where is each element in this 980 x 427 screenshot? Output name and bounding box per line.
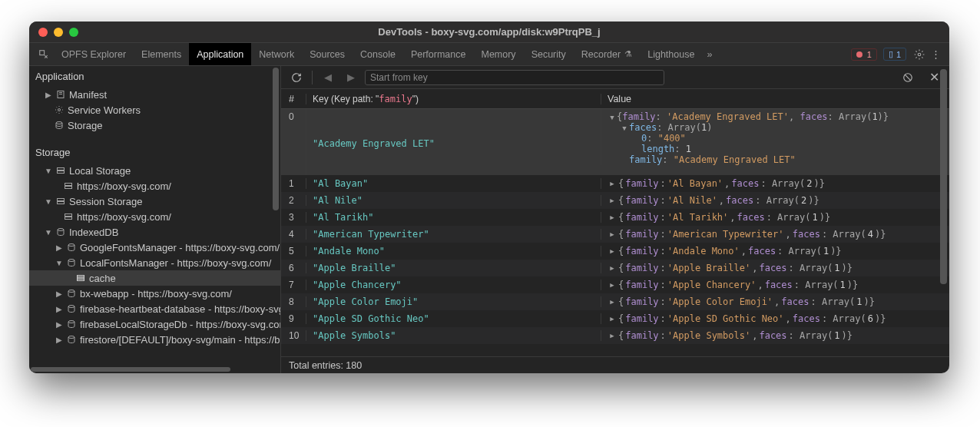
table-row[interactable]: 9"Apple SD Gothic Neo"▶{family: 'Apple S… xyxy=(281,310,949,327)
tab-application[interactable]: Application xyxy=(189,43,251,65)
disclosure-right-icon[interactable]: ▶ xyxy=(608,298,617,306)
sidebar-item-storage-summary[interactable]: Storage xyxy=(29,118,280,133)
row-value[interactable]: ▼{family: 'Academy Engraved LET', faces:… xyxy=(601,109,949,165)
table-row[interactable]: 3"Al Tarikh"▶{family: 'Al Tarikh', faces… xyxy=(281,209,949,226)
sidebar-item-indexeddb[interactable]: ▼ IndexedDB xyxy=(29,224,280,240)
tab-performance[interactable]: Performance xyxy=(403,43,474,65)
svg-rect-10 xyxy=(58,202,65,204)
disclosure-right-icon[interactable]: ▶ xyxy=(608,230,617,238)
row-value[interactable]: ▶{family: 'Al Bayan', faces: Array(2)} xyxy=(601,178,949,189)
row-value[interactable]: ▶{family: 'Al Nile', faces: Array(2)} xyxy=(601,195,949,206)
tab-sources[interactable]: Sources xyxy=(302,43,353,65)
row-index: 1 xyxy=(281,178,306,189)
disclosure-right-icon[interactable]: ▶ xyxy=(608,332,617,339)
row-key: "Academy Engraved LET" xyxy=(306,109,601,175)
start-from-key-input[interactable]: Start from key xyxy=(365,70,664,85)
table-row[interactable]: 0"Academy Engraved LET"▼{family: 'Academ… xyxy=(281,109,949,175)
prev-page-button[interactable]: ◀ xyxy=(319,69,337,86)
disclosure-down-icon[interactable]: ▼ xyxy=(620,124,629,132)
tab-console[interactable]: Console xyxy=(353,43,403,65)
table-row[interactable]: 5"Andale Mono"▶{family: 'Andale Mono', f… xyxy=(281,243,949,260)
sidebar-item-idb-bx-webapp[interactable]: ▶ bx-webapp - https://boxy-svg.com/ xyxy=(29,286,280,301)
sidebar-item-idb-cache[interactable]: cache xyxy=(29,270,280,286)
error-dot-icon xyxy=(856,51,862,58)
disclosure-right-icon[interactable]: ▶ xyxy=(608,247,617,255)
next-page-button[interactable]: ▶ xyxy=(342,69,360,86)
sidebar-item-session-storage-origin[interactable]: https://boxy-svg.com/ xyxy=(29,209,280,224)
table-row[interactable]: 1"Al Bayan"▶{family: 'Al Bayan', faces: … xyxy=(281,175,949,192)
table-row[interactable]: 10"Apple Symbols"▶{family: 'Apple Symbol… xyxy=(281,327,949,344)
sidebar-item-idb-local-fonts[interactable]: ▼ LocalFontsManager - https://boxy-svg.c… xyxy=(29,255,280,270)
row-key: "Apple Braille" xyxy=(306,263,601,273)
row-value[interactable]: ▶{family: 'American Typewriter', faces: … xyxy=(601,229,949,240)
sidebar-item-idb-google-fonts[interactable]: ▶ GoogleFontsManager - https://boxy-svg.… xyxy=(29,240,280,255)
table-row[interactable]: 8"Apple Color Emoji"▶{family: 'Apple Col… xyxy=(281,293,949,310)
disclosure-right-icon[interactable]: ▶ xyxy=(608,315,617,323)
sidebar-item-idb-firestore[interactable]: ▶ firestore/[DEFAULT]/boxy-svg/main - ht… xyxy=(29,332,280,347)
table-row[interactable]: 6"Apple Braille"▶{family: 'Apple Braille… xyxy=(281,260,949,276)
errors-badge[interactable]: 1 xyxy=(851,48,877,61)
sidebar-item-label: Manifest xyxy=(69,89,107,101)
titlebar: DevTools - boxy-svg.com/app/disk:w9PtrqP… xyxy=(29,22,949,43)
tab-memory[interactable]: Memory xyxy=(473,43,523,65)
sidebar-item-local-storage[interactable]: ▼ Local Storage xyxy=(29,163,280,178)
more-button[interactable]: ⋮ xyxy=(928,43,945,65)
tab-security[interactable]: Security xyxy=(524,43,574,65)
row-value[interactable]: ▶{family: 'Apple Chancery', faces: Array… xyxy=(601,280,949,290)
object-store-icon xyxy=(75,273,86,283)
refresh-button[interactable] xyxy=(287,69,306,86)
sidebar-item-label: firebaseLocalStorageDb - https://boxy-sv… xyxy=(80,319,280,330)
disclosure-right-icon[interactable]: ▶ xyxy=(608,214,617,221)
database-icon xyxy=(66,242,77,253)
sidebar-item-local-storage-origin[interactable]: https://boxy-svg.com/ xyxy=(29,178,280,194)
svg-point-3 xyxy=(58,109,61,111)
row-value[interactable]: ▶{family: 'Apple SD Gothic Neo', faces: … xyxy=(601,313,949,324)
close-icon: ✕ xyxy=(929,70,939,84)
disclosure-right-icon[interactable]: ▶ xyxy=(608,197,617,204)
tab-network[interactable]: Network xyxy=(251,43,302,65)
inspect-element-icon[interactable] xyxy=(34,43,54,65)
tab-opfs-explorer[interactable]: OPFS Explorer xyxy=(54,43,134,65)
column-index[interactable]: # xyxy=(281,94,306,104)
clear-button[interactable] xyxy=(899,69,917,86)
row-key: "Al Tarikh" xyxy=(306,212,601,223)
kebab-icon: ⋮ xyxy=(931,48,942,60)
sidebar-vertical-scrollbar[interactable] xyxy=(273,68,279,210)
sidebar-item-idb-firebase-hb[interactable]: ▶ firebase-heartbeat-database - https://… xyxy=(29,301,280,316)
row-value[interactable]: ▶{family: 'Apple Braille', faces: Array(… xyxy=(601,263,949,273)
table-row[interactable]: 2"Al Nile"▶{family: 'Al Nile', faces: Ar… xyxy=(281,192,949,209)
row-value[interactable]: ▶{family: 'Andale Mono', faces: Array(1)… xyxy=(601,246,949,257)
column-key[interactable]: Key (Key path: "family") xyxy=(306,94,601,104)
row-value[interactable]: ▶{family: 'Al Tarikh', faces: Array(1)} xyxy=(601,212,949,223)
tab-elements[interactable]: Elements xyxy=(134,43,189,65)
disclosure-right-icon[interactable]: ▶ xyxy=(608,264,617,272)
sidebar-horizontal-scrollbar[interactable] xyxy=(29,366,280,373)
svg-rect-12 xyxy=(65,217,72,220)
tab-lighthouse[interactable]: Lighthouse xyxy=(640,43,702,65)
disclosure-right-icon[interactable]: ▶ xyxy=(608,180,617,187)
row-key: "Al Bayan" xyxy=(306,178,601,189)
table-row[interactable]: 4"American Typewriter"▶{family: 'America… xyxy=(281,226,949,243)
sidebar-item-label: https://boxy-svg.com/ xyxy=(77,211,171,223)
table-row[interactable]: 7"Apple Chancery"▶{family: 'Apple Chance… xyxy=(281,276,949,293)
messages-badge[interactable]: ▯ 1 xyxy=(883,48,906,61)
tab-recorder[interactable]: Recorder ⚗ xyxy=(574,43,640,65)
chevron-right-icon: ▶ xyxy=(55,336,63,344)
row-value[interactable]: ▶{family: 'Apple Symbols', faces: Array(… xyxy=(601,330,949,341)
sidebar-item-manifest[interactable]: ▶ Manifest xyxy=(29,87,280,102)
row-value[interactable]: ▶{family: 'Apple Color Emoji', faces: Ar… xyxy=(601,296,949,307)
tabs-overflow-button[interactable]: » xyxy=(702,43,717,65)
sidebar-item-label: Session Storage xyxy=(69,196,142,207)
main-vertical-scrollbar[interactable] xyxy=(940,69,947,284)
issue-counters: 1 ▯ 1 xyxy=(851,48,911,61)
disclosure-right-icon[interactable]: ▶ xyxy=(608,281,617,289)
refresh-icon xyxy=(291,72,302,83)
settings-button[interactable] xyxy=(911,43,928,65)
sidebar-item-label: Service Workers xyxy=(68,104,141,116)
disclosure-down-icon[interactable]: ▼ xyxy=(608,114,617,121)
column-value[interactable]: Value xyxy=(601,94,949,104)
sidebar-item-idb-firebase-ls[interactable]: ▶ firebaseLocalStorageDb - https://boxy-… xyxy=(29,316,280,332)
svg-rect-5 xyxy=(58,168,65,170)
sidebar-item-session-storage[interactable]: ▼ Session Storage xyxy=(29,194,280,209)
sidebar-item-service-workers[interactable]: Service Workers xyxy=(29,102,280,118)
